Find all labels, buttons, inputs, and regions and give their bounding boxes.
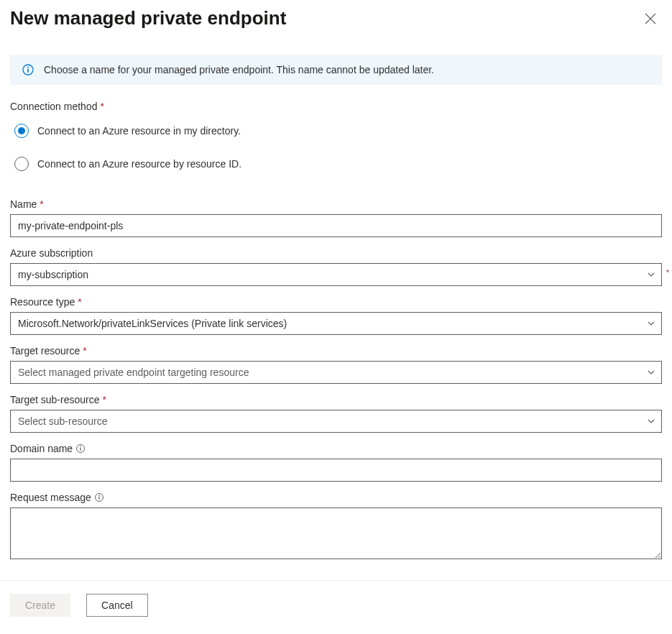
subscription-value: my-subscription <box>18 269 88 280</box>
connection-method-option-directory[interactable]: Connect to an Azure resource in my direc… <box>10 118 662 144</box>
panel-body: Choose a name for your managed private e… <box>0 33 672 580</box>
chevron-down-icon <box>647 270 655 279</box>
target-subresource-label-row: Target sub-resource * <box>10 394 662 405</box>
resource-type-label-row: Resource type * <box>10 296 662 308</box>
required-indicator: * <box>40 199 43 209</box>
panel-title: New managed private endpoint <box>10 6 286 30</box>
request-message-textarea[interactable] <box>10 507 662 559</box>
info-icon[interactable] <box>94 492 104 502</box>
info-banner-text: Choose a name for your managed private e… <box>44 64 434 75</box>
target-resource-placeholder: Select managed private endpoint targetin… <box>18 367 249 378</box>
name-input[interactable] <box>10 214 662 237</box>
info-banner: Choose a name for your managed private e… <box>10 55 662 85</box>
required-indicator: * <box>83 346 86 356</box>
create-button[interactable]: Create <box>10 594 70 617</box>
required-indicator: * <box>100 101 103 111</box>
svg-point-7 <box>98 495 100 497</box>
panel-header: New managed private endpoint <box>0 0 672 33</box>
request-message-label-row: Request message <box>10 492 662 503</box>
radio-label: Connect to an Azure resource in my direc… <box>37 125 241 137</box>
target-subresource-select[interactable]: Select sub-resource <box>10 410 662 433</box>
domain-name-input[interactable] <box>10 459 662 482</box>
radio-label: Connect to an Azure resource by resource… <box>37 158 241 170</box>
resource-type-select[interactable]: Microsoft.Network/privateLinkServices (P… <box>10 312 662 335</box>
chevron-down-icon <box>647 368 655 377</box>
connection-method-radio-group: Connect to an Azure resource in my direc… <box>10 118 662 177</box>
connection-method-option-resource-id[interactable]: Connect to an Azure resource by resource… <box>10 151 662 177</box>
target-subresource-placeholder: Select sub-resource <box>18 415 108 427</box>
name-label: Name <box>10 198 37 210</box>
subscription-label: Azure subscription <box>10 247 93 259</box>
radio-icon <box>14 124 29 138</box>
svg-rect-5 <box>80 448 81 451</box>
subscription-label-row: Azure subscription <box>10 247 662 259</box>
resource-type-label: Resource type <box>10 296 75 308</box>
new-managed-private-endpoint-panel: New managed private endpoint Choose a na… <box>0 0 672 634</box>
chevron-down-icon <box>647 417 655 426</box>
target-resource-label: Target resource <box>10 345 80 357</box>
svg-rect-2 <box>27 69 29 73</box>
chevron-down-icon <box>647 319 655 328</box>
radio-icon <box>14 157 29 171</box>
target-subresource-label: Target sub-resource <box>10 394 100 405</box>
svg-point-4 <box>80 446 81 448</box>
domain-name-label: Domain name <box>10 443 73 454</box>
close-button[interactable] <box>642 10 659 29</box>
required-indicator: * <box>666 269 669 277</box>
panel-footer: Create Cancel <box>0 580 672 634</box>
cancel-button[interactable]: Cancel <box>86 594 148 617</box>
resource-type-value: Microsoft.Network/privateLinkServices (P… <box>18 318 287 329</box>
close-icon <box>645 16 656 27</box>
subscription-select[interactable]: my-subscription <box>10 263 662 286</box>
request-message-label: Request message <box>10 492 91 503</box>
svg-rect-8 <box>98 497 99 500</box>
target-resource-select[interactable]: Select managed private endpoint targetin… <box>10 361 662 384</box>
info-icon <box>22 64 34 75</box>
required-indicator: * <box>103 395 106 405</box>
svg-point-1 <box>27 67 29 68</box>
name-label-row: Name * <box>10 198 662 210</box>
target-resource-label-row: Target resource * <box>10 345 662 357</box>
connection-method-label: Connection method <box>10 101 97 112</box>
domain-name-label-row: Domain name <box>10 443 662 454</box>
connection-method-label-row: Connection method * <box>10 101 662 112</box>
required-indicator: * <box>78 297 81 307</box>
info-icon[interactable] <box>75 444 86 454</box>
